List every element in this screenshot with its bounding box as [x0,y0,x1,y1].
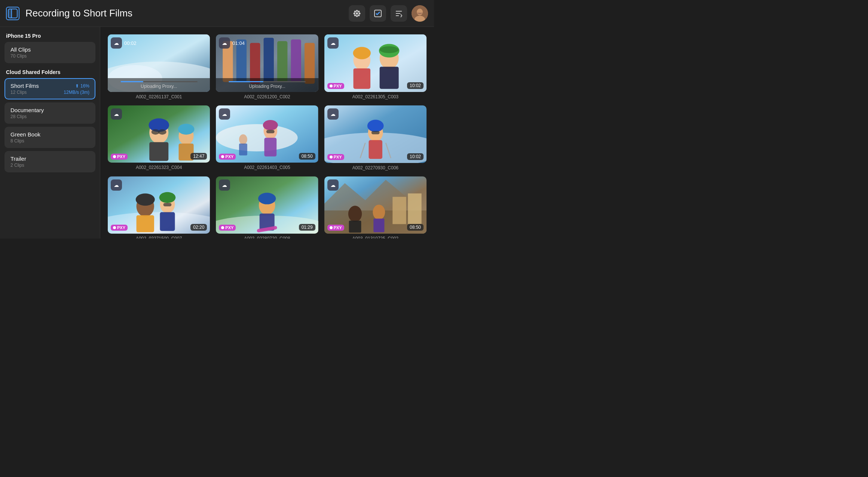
clip-item-c005[interactable]: ☁ PXY 08:50 A002_02261403_C005 [216,105,318,170]
clip-item-c003[interactable]: ☁ PXY 10:02 A002_02261305_C003 [324,34,427,99]
svg-point-6 [354,12,355,14]
clip-bottom-bar-c003: PXY 10:02 [327,82,424,89]
duration-badge-c003: 10:02 [407,82,424,89]
clip-item-c001[interactable]: ☁ 00:02 Uploading Proxy... A002_02261137… [108,34,210,99]
clip-duration-top-c002: 01:04 [232,40,245,46]
user-avatar[interactable] [412,5,428,22]
cloud-icon-c009: ☁ [327,179,339,191]
sidebar-item-green-book[interactable]: Green Book 8 Clips [4,127,95,148]
pxy-badge-c004: PXY [111,154,128,160]
svg-rect-1 [8,9,12,18]
clip-name-c007: A002_02271500_C007 [108,236,210,238]
documentary-label: Documentary [10,107,89,113]
cloud-icon: ☁ [111,37,122,49]
cloud-icon-c003: ☁ [327,37,339,49]
cloud-icon-c005: ☁ [219,108,230,120]
cloud-icon-c002: ☁ [219,37,230,49]
clip-bottom-bar-c006: PXY 10:02 [327,153,424,160]
clip-overlay-c008: ☁ PXY 01:29 [216,176,318,234]
clips-grid: ☁ 00:02 Uploading Proxy... A002_02261137… [108,34,427,238]
clip-item-c006[interactable]: ☁ PXY 10:02 A002_02270930_C006 [324,105,427,170]
short-films-count: 12 Clips [10,90,27,95]
clip-top-bar-c002: ☁ 01:04 [219,37,315,49]
app-title: Recording to Short Films [25,7,132,19]
clip-name-c006: A002_02270930_C006 [324,165,427,170]
clip-name-c001: A002_02261137_C001 [108,94,210,99]
trailer-count: 2 Clips [10,163,89,168]
green-book-count: 8 Clips [10,138,89,144]
header: Recording to Short Films [0,0,434,27]
clip-thumbnail-c006: ☁ PXY 10:02 [324,105,427,163]
clip-overlay-c003: ☁ PXY 10:02 [324,34,427,92]
sort-icon-button[interactable] [391,5,407,22]
all-clips-count: 70 Clips [10,53,89,59]
checklist-icon-button[interactable] [370,5,386,22]
short-films-label: Short Films [10,83,39,89]
device-title: iPhone 15 Pro [4,33,95,39]
sidebar-item-trailer[interactable]: Trailer 2 Clips [4,151,95,172]
svg-point-8 [354,10,356,12]
clip-overlay-c002: ☁ 01:04 Uploading Proxy... [216,34,318,92]
clip-name-c003: A002_02261305_C003 [324,94,427,99]
svg-point-5 [356,15,358,17]
duration-badge-c005: 08:50 [299,153,315,160]
sidebar-item-short-films[interactable]: Short Films ⬆ 16% 12 Clips 12MB/s (3m) [4,78,95,99]
clip-top-bar-c003: ☁ [327,37,424,49]
clip-item-c007[interactable]: ☁ PXY 02:20 A002_02271500_C007 [108,176,210,239]
duration-badge-c008: 01:29 [299,224,315,231]
clip-name-c002: A002_02261200_C002 [216,94,318,99]
upload-speed: 12MB/s (3m) [64,90,89,95]
flower-icon-button[interactable] [349,5,365,22]
pxy-badge-c006: PXY [327,154,344,160]
clip-item-c008[interactable]: ☁ PXY 01:29 A002_02280720_C008 [216,176,318,239]
trailer-label: Trailer [10,156,89,162]
clip-item-c004[interactable]: ☁ PXY 12:47 A002_02261323_C004 [108,105,210,170]
clip-bottom-bar-c009: PXY 08:50 [327,224,424,231]
clip-overlay-c004: ☁ PXY 12:47 [108,105,210,163]
sidebar-item-documentary[interactable]: Documentary 28 Clips [4,102,95,124]
sidebar-item-all-clips[interactable]: All Clips 70 Clips [4,42,95,63]
all-clips-label: All Clips [10,46,89,53]
clip-thumbnail-c007: ☁ PXY 02:20 [108,176,210,234]
uploading-text-c002: Uploading Proxy... [249,84,285,89]
clip-overlay-c007: ☁ PXY 02:20 [108,176,210,234]
clip-thumbnail-c005: ☁ PXY 08:50 [216,105,318,163]
cloud-icon-c004: ☁ [111,108,122,120]
svg-point-4 [356,10,358,12]
clip-thumbnail-c009: ☁ PXY 08:50 [324,176,427,234]
clip-item-c002[interactable]: ☁ 01:04 Uploading Proxy... A002_02261200… [216,34,318,99]
clip-item-c009[interactable]: ☁ PXY 08:50 A003_01310725_C002 [324,176,427,239]
svg-point-9 [358,14,360,16]
pxy-badge-c005: PXY [219,154,236,160]
clip-top-bar-c004: ☁ [111,108,207,120]
duration-badge-c009: 08:50 [407,224,424,231]
clip-bottom-bar-c008: PXY 01:29 [219,224,315,231]
svg-point-7 [359,12,361,14]
documentary-count: 28 Clips [10,114,89,119]
clip-name-c008: A002_02280720_C008 [216,236,318,238]
clip-thumbnail-c001: ☁ 00:02 Uploading Proxy... [108,34,210,92]
clip-overlay: ☁ 00:02 Uploading Proxy... [108,34,210,92]
svg-point-10 [358,10,360,12]
green-book-label: Green Book [10,131,89,138]
cloud-folders-title: Cloud Shared Folders [4,69,95,75]
main-layout: iPhone 15 Pro All Clips 70 Clips Cloud S… [0,27,434,238]
clip-thumbnail-c002: ☁ 01:04 Uploading Proxy... [216,34,318,92]
clip-name-c009: A003_01310725_C002 [324,236,427,238]
clip-top-bar: ☁ 00:02 [111,37,207,49]
uploading-overlay: Uploading Proxy... [108,78,210,92]
clip-duration-top: 00:02 [124,40,137,46]
clip-thumbnail-c008: ☁ PXY 01:29 [216,176,318,234]
cloud-icon-c007: ☁ [111,179,122,191]
svg-point-3 [356,12,358,15]
upload-arrow-icon: ⬆ [75,83,79,89]
clip-overlay-c009: ☁ PXY 08:50 [324,176,427,234]
clip-top-bar-c005: ☁ [219,108,315,120]
header-left: Recording to Short Films [6,7,349,20]
pxy-badge-c008: PXY [219,225,236,231]
clip-overlay-c006: ☁ PXY 10:02 [324,105,427,163]
header-right [349,5,428,22]
pxy-badge-c009: PXY [327,225,344,231]
clip-thumbnail-c004: ☁ PXY 12:47 [108,105,210,163]
sidebar-toggle-button[interactable] [6,7,19,20]
